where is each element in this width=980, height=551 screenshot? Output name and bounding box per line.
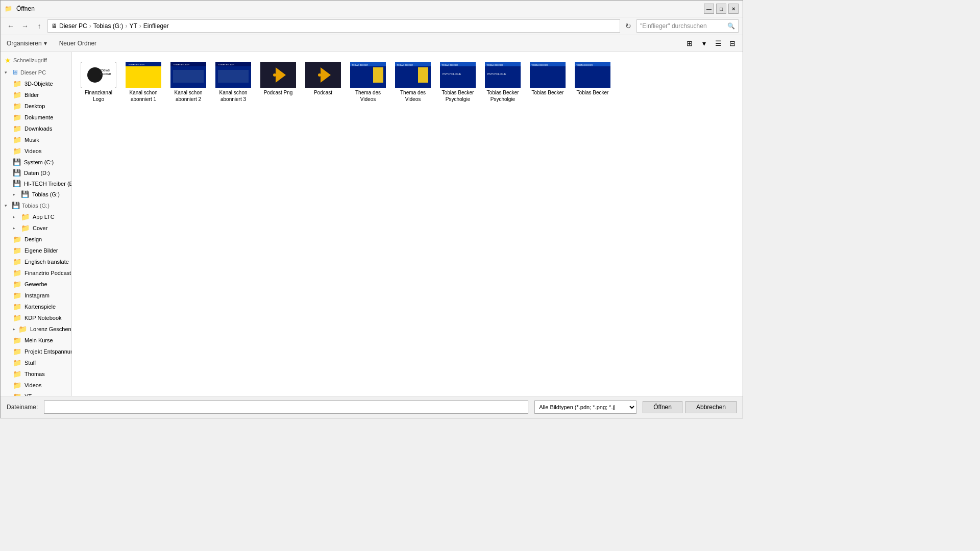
sidebar-item-daten-d[interactable]: 💾 Daten (D:) (1, 167, 71, 178)
view-icons-button[interactable]: ⊞ (683, 37, 696, 49)
svg-text:TOBIAS BECKER: TOBIAS BECKER (576, 64, 593, 66)
up-button[interactable]: ↑ (33, 20, 45, 32)
folder-icon: 📁 (13, 303, 21, 311)
sidebar-item-instagram[interactable]: 📁 Instagram (1, 290, 71, 301)
drive-icon: 💾 (13, 169, 21, 177)
file-item-kanal2[interactable]: TOBIAS BECKER Kanal schon abonniert 2 (168, 58, 209, 105)
sidebar-item-cover[interactable]: ▸ 📁 Cover (1, 222, 71, 234)
breadcrumb-part4[interactable]: Einflieger (143, 22, 169, 30)
breadcrumb[interactable]: 🖥 Dieser PC › Tobias (G:) › YT › Einflie… (47, 19, 620, 33)
expand-icon: ▸ (13, 327, 15, 332)
svg-text:BECKER: BECKER (100, 72, 111, 76)
file-thumbnail-kanal2: TOBIAS BECKER (170, 61, 207, 89)
sidebar-item-desktop[interactable]: 📁 Desktop (1, 101, 71, 112)
breadcrumb-part1[interactable]: Dieser PC (59, 22, 87, 30)
minimize-button[interactable]: — (704, 4, 714, 14)
sidebar-item-englisch[interactable]: 📁 Englisch translate (1, 256, 71, 267)
svg-text:TOBIAS BECKER: TOBIAS BECKER (397, 64, 413, 66)
sidebar-item-lorenz[interactable]: ▸ 📁 Lorenz Geschenk (1, 323, 71, 335)
sidebar-item-kdp[interactable]: 📁 KDP Notebook (1, 312, 71, 323)
cancel-button[interactable]: Abbrechen (685, 401, 737, 413)
file-label: Podcast Png (264, 89, 293, 96)
sidebar-item-tobias-g-pc-label: Tobias (G:) (32, 191, 60, 197)
preview-button[interactable]: ☰ (712, 37, 724, 49)
svg-point-17 (273, 73, 276, 77)
svg-text:TOBIAS BECKER: TOBIAS BECKER (531, 64, 548, 66)
sidebar-item-downloads-label: Downloads (24, 126, 52, 132)
separator1: › (89, 22, 91, 30)
sidebar-item-hitech-e[interactable]: 💾 HI-TECH Treiber (E:) (1, 178, 71, 189)
search-icon: 🔍 (727, 22, 735, 30)
sidebar-item-hitech-e-label: HI-TECH Treiber (E:) (24, 181, 71, 187)
svg-text:TOBIAS BECKER: TOBIAS BECKER (128, 63, 144, 66)
sidebar-item-3d[interactable]: 📁 3D-Objekte (1, 78, 71, 89)
breadcrumb-part2[interactable]: Tobias (G:) (93, 22, 124, 30)
sidebar-item-musik[interactable]: 📁 Musik (1, 134, 71, 145)
new-folder-button[interactable]: Neuer Ordner (57, 39, 99, 48)
sidebar-item-dokumente[interactable]: 📁 Dokumente (1, 112, 71, 123)
file-item-finanzkanal-logo[interactable]: TOBIAS BECKER Finanzkanal Logo (78, 58, 119, 105)
sidebar-item-yt[interactable]: 📁 YT (1, 391, 71, 396)
sidebar-item-stuff[interactable]: 📁 Stuff (1, 357, 71, 368)
file-item-kanal3[interactable]: TOBIAS BECKER Kanal schon abonniert 3 (213, 58, 254, 105)
sidebar-item-musik-label: Musik (24, 137, 39, 143)
sidebar-item-mein-kurse[interactable]: 📁 Mein Kurse (1, 335, 71, 346)
search-bar[interactable]: "Einflieger" durchsuchen 🔍 (636, 19, 739, 33)
close-button[interactable]: ✕ (728, 4, 739, 14)
sidebar-item-tobias-g-pc[interactable]: ▸ 💾 Tobias (G:) (1, 189, 71, 199)
maximize-button[interactable]: □ (716, 4, 726, 14)
details-button[interactable]: ⊟ (726, 37, 739, 49)
back-button[interactable]: ← (5, 20, 17, 32)
sidebar-item-daten-d-label: Daten (D:) (24, 170, 50, 176)
forward-button[interactable]: → (19, 20, 31, 32)
file-item-tobias-psych2[interactable]: TOBIAS BECKER PSYCHOLOGIE Tobias Becker … (482, 58, 523, 105)
view-dropdown-button[interactable]: ▾ (698, 37, 710, 49)
tobias-g-label: Tobias (G:) (22, 203, 50, 209)
filename-input[interactable] (44, 400, 528, 414)
sidebar-item-downloads[interactable]: 📁 Downloads (1, 123, 71, 134)
folder-icon: 📁 (13, 359, 21, 367)
sidebar-item-bilder[interactable]: 📁 Bilder (1, 89, 71, 101)
breadcrumb-part3[interactable]: YT (129, 22, 137, 30)
open-button[interactable]: Öffnen (643, 401, 682, 413)
sidebar-tobias-g[interactable]: ▾ 💾 Tobias (G:) (1, 199, 71, 211)
sidebar-item-dokumente-label: Dokumente (24, 114, 53, 120)
sidebar-item-videos-g[interactable]: 📁 Videos (1, 380, 71, 391)
sidebar-item-projekt[interactable]: 📁 Projekt Entspannun (1, 346, 71, 357)
sidebar-item-kartenspiele[interactable]: 📁 Kartenspiele (1, 301, 71, 312)
sidebar-item-finanztrio[interactable]: 📁 Finanztrio Podcast (1, 267, 71, 279)
sidebar-item-design[interactable]: 📁 Design (1, 234, 71, 245)
sidebar-item-thomas[interactable]: 📁 Thomas (1, 368, 71, 380)
sidebar-item-app-ltc[interactable]: ▸ 📁 App LTC (1, 211, 71, 222)
refresh-button[interactable]: ↻ (622, 20, 634, 32)
sidebar-item-englisch-label: Englisch translate (24, 259, 69, 265)
folder-icon: 📁 (13, 136, 21, 144)
svg-point-20 (318, 73, 321, 77)
folder-icon: 📁 (13, 147, 21, 155)
svg-text:TOBIAS BECKER: TOBIAS BECKER (442, 64, 458, 66)
file-item-podcast[interactable]: Podcast (303, 58, 344, 105)
file-item-thema2[interactable]: TOBIAS BECKER Thema des Videos (393, 58, 433, 105)
svg-text:TOBIAS: TOBIAS (100, 69, 110, 72)
file-item-tobias-psych1[interactable]: TOBIAS BECKER PSYCHOLOGIE Tobias Becker … (437, 58, 478, 105)
sidebar-item-gewerbe[interactable]: 📁 Gewerbe (1, 279, 71, 290)
sidebar-this-pc[interactable]: ▾ 🖥 Dieser PC (1, 66, 71, 78)
sidebar-item-cover-label: Cover (33, 225, 47, 231)
file-item-podcast-png[interactable]: Podcast Png (258, 58, 299, 105)
folder-icon: 📁 (13, 235, 21, 243)
svg-text:PSYCHOLOGIE: PSYCHOLOGIE (487, 72, 506, 76)
new-folder-label: Neuer Ordner (59, 40, 96, 47)
file-item-tobias2[interactable]: TOBIAS BECKER Tobias Becker (572, 58, 613, 105)
organize-button[interactable]: Organisieren ▾ (5, 39, 49, 48)
file-item-kanal1[interactable]: TOBIAS BECKER Kanal schon abonniert 1 (123, 58, 164, 105)
sidebar-item-eigene-bilder[interactable]: 📁 Eigene Bilder (1, 245, 71, 256)
file-thumbnail-logo: TOBIAS BECKER (80, 61, 117, 89)
filetype-select[interactable]: Alle Bildtypen (*.pdn; *.png; *.j| (534, 400, 636, 414)
sidebar-item-videos-pc[interactable]: 📁 Videos (1, 145, 71, 157)
file-item-thema1[interactable]: TOBIAS BECKER Thema des Videos (348, 58, 388, 105)
file-item-tobias1[interactable]: TOBIAS BECKER Tobias Becker (527, 58, 568, 105)
sidebar-item-system-c[interactable]: 💾 System (C:) (1, 157, 71, 167)
dateiname-label: Dateiname: (7, 404, 38, 411)
sidebar-item-mein-kurse-label: Mein Kurse (24, 337, 53, 343)
sidebar-quick-access[interactable]: ★ Schnellzugriff (1, 54, 71, 66)
